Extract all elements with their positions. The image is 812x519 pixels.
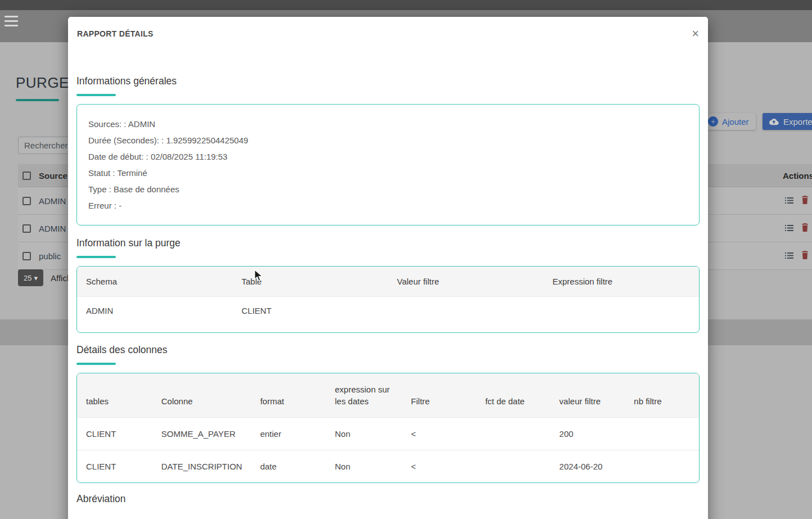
- column-header: Valeur filtre: [388, 267, 544, 297]
- modal-header: RAPPORT DÉTAILS ×: [68, 17, 708, 51]
- export-button[interactable]: Exporter: [763, 113, 812, 130]
- cell-colonne: SOMME_A_PAYER: [152, 418, 251, 450]
- section-general-info: Informations générales Sources: : ADMIN …: [76, 75, 700, 225]
- cell-nb-filtre: [625, 450, 699, 483]
- menu-icon[interactable]: [4, 16, 18, 26]
- cell-expression-dates: Non: [326, 418, 402, 450]
- columns-table-row: CLIENT SOMME_A_PAYER entier Non < 200: [77, 418, 699, 450]
- cell-colonne: DATE_INSCRIPTION: [152, 450, 251, 483]
- window-top-strip: [0, 0, 812, 10]
- export-button-label: Exporter: [783, 117, 812, 127]
- section-divider: [76, 363, 116, 365]
- cell-valeur-filtre: [388, 297, 544, 333]
- section-title: Détails des colonnes: [76, 344, 700, 356]
- row-source-label: ADMIN: [39, 196, 66, 206]
- cell-table: CLIENT: [233, 297, 389, 333]
- cell-filtre: <: [402, 418, 476, 450]
- column-header: Table: [233, 267, 389, 297]
- section-title-abbreviation: Abréviation: [76, 493, 700, 505]
- column-header: fct de date: [476, 373, 551, 418]
- modal-title: RAPPORT DÉTAILS: [77, 29, 154, 38]
- column-header: Schema: [77, 267, 233, 297]
- actions-column-header: Actions: [783, 171, 812, 180]
- cell-valeur-filtre: 200: [551, 418, 625, 450]
- add-button-label: Ajouter: [722, 117, 749, 127]
- cell-expression-filtre: [544, 297, 700, 333]
- column-header: Colonne: [152, 373, 251, 418]
- cell-valeur-filtre: 2024-06-20: [551, 450, 625, 483]
- row-details-icon[interactable]: [785, 196, 793, 206]
- general-info-box: Sources: : ADMIN Durée (Secondes): : 1.9…: [76, 104, 700, 225]
- column-header: Expression filtre: [544, 267, 700, 297]
- column-details-table: tables Colonne format expression sur les…: [76, 373, 700, 483]
- column-header: valeur filtre: [551, 373, 625, 418]
- cell-tables: CLIENT: [77, 450, 152, 483]
- cloud-upload-icon: [769, 118, 779, 125]
- page-size-value: 25: [24, 274, 31, 282]
- cell-format: date: [251, 450, 326, 483]
- cell-fct-date: [476, 450, 551, 483]
- plus-icon: +: [708, 116, 718, 127]
- cell-expression-dates: Non: [326, 450, 402, 483]
- select-all-checkbox[interactable]: [22, 172, 31, 180]
- column-header: tables: [77, 373, 152, 418]
- modal-body: Informations générales Sources: : ADMIN …: [68, 51, 708, 505]
- section-purge-info: Information sur la purge Schema Table Va…: [76, 237, 700, 333]
- report-details-modal: RAPPORT DÉTAILS × Informations générales…: [68, 17, 708, 519]
- column-header: expression sur les dates: [326, 373, 402, 418]
- purge-table-header-row: Schema Table Valeur filtre Expression fi…: [77, 267, 699, 297]
- row-checkbox[interactable]: [22, 252, 31, 260]
- column-header: nb filtre: [625, 373, 699, 418]
- section-title: Information sur la purge: [76, 237, 700, 249]
- info-line: Durée (Secondes): : 1.9259922504425049: [88, 132, 688, 148]
- cell-tables: CLIENT: [77, 418, 152, 450]
- add-button[interactable]: + Ajouter: [701, 113, 756, 130]
- source-column-header: Source: [39, 171, 67, 180]
- section-column-details: Détails des colonnes tables Colonne form…: [76, 344, 700, 483]
- cell-filtre: <: [402, 450, 476, 483]
- purge-table-row: ADMIN CLIENT: [77, 297, 699, 333]
- info-line: Statut : Terminé: [88, 165, 688, 181]
- row-source-label: public: [39, 251, 61, 261]
- cell-schema: ADMIN: [77, 297, 233, 333]
- info-line: Sources: : ADMIN: [88, 116, 688, 132]
- row-checkbox[interactable]: [22, 224, 31, 233]
- info-line: Type : Base de données: [88, 181, 688, 197]
- cell-nb-filtre: [625, 418, 699, 450]
- page-title: PURGE: [16, 74, 69, 92]
- section-divider: [76, 256, 116, 258]
- columns-table-header-row: tables Colonne format expression sur les…: [77, 373, 699, 418]
- row-details-icon[interactable]: [785, 224, 793, 233]
- row-source-label: ADMIN: [39, 224, 66, 233]
- cell-fct-date: [476, 418, 551, 450]
- purge-info-table: Schema Table Valeur filtre Expression fi…: [76, 266, 700, 333]
- column-header: format: [251, 373, 326, 418]
- row-checkbox[interactable]: [22, 197, 31, 205]
- close-icon[interactable]: ×: [692, 28, 699, 40]
- columns-table-row: CLIENT DATE_INSCRIPTION date Non < 2024-…: [77, 450, 699, 483]
- page-size-select[interactable]: 25 ▾: [18, 269, 43, 286]
- chevron-down-icon: ▾: [34, 274, 38, 282]
- section-divider: [76, 94, 116, 96]
- cell-format: entier: [251, 418, 326, 450]
- page-title-underline: [16, 99, 59, 101]
- row-delete-icon[interactable]: [801, 223, 809, 233]
- row-delete-icon[interactable]: [801, 196, 809, 206]
- row-delete-icon[interactable]: [801, 251, 809, 261]
- info-line: Date de début: : 02/08/2025 11:19:53: [88, 148, 688, 165]
- column-header: Filtre: [402, 373, 476, 418]
- section-title: Informations générales: [76, 75, 700, 87]
- info-line: Erreur : -: [88, 197, 688, 214]
- row-details-icon[interactable]: [785, 251, 793, 261]
